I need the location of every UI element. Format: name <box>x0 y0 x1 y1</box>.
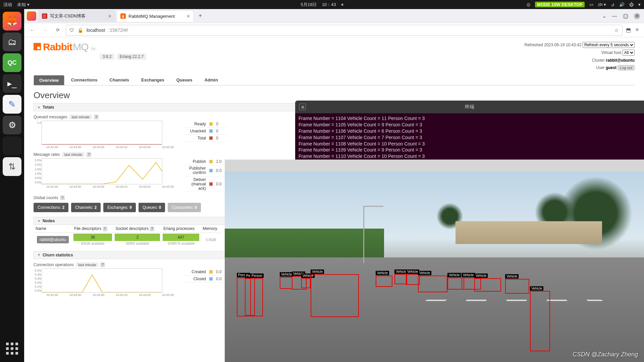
rabbitmq-logo: RabbitMQTM <box>34 41 95 53</box>
app-menu[interactable]: 未知 ▾ <box>17 2 30 8</box>
detection-bbox: Vehicle <box>376 276 392 287</box>
dock-firefox[interactable]: 🦊 <box>3 12 21 31</box>
tabs-dropdown-icon[interactable]: ⌄ <box>602 13 606 19</box>
nvidia-badge: MODE 10W DESKTOP <box>535 2 585 7</box>
table-row: rabbit@ubuntu 3865536 available 258893 a… <box>34 233 221 246</box>
detection-bbox: Vehicle <box>530 291 550 351</box>
detection-bbox: Vehicle <box>418 276 447 292</box>
legend-queued: Ready0 Unacked0 Total0 <box>184 121 227 142</box>
volume-icon[interactable]: 🔊 <box>619 2 625 7</box>
page-title: Overview <box>34 90 635 101</box>
vhost-select[interactable]: All <box>623 50 635 56</box>
dock-show-apps[interactable] <box>3 339 21 358</box>
menu-icon[interactable]: ≡ <box>636 27 639 33</box>
dock-terminal[interactable]: ▸_ <box>3 74 21 93</box>
url-path: :15672/#/ <box>108 27 128 33</box>
pocket-icon[interactable]: ⬒ <box>626 27 631 33</box>
chart-queued: 1.0 <box>42 121 162 145</box>
node-link[interactable]: rabbit@ubuntu <box>37 236 69 243</box>
close-window-button[interactable]: ✕ <box>634 13 640 19</box>
detection-bbox: Vehicle <box>280 277 292 289</box>
main-tabs: Overview Connections Channels Exchanges … <box>34 75 635 85</box>
activities-button[interactable]: 活动 <box>3 2 12 8</box>
browser-tab-csdn[interactable]: C 写文章-CSDN博客 ✕ <box>38 10 115 22</box>
back-button[interactable]: ← <box>28 25 37 35</box>
detection-label: Vehicle <box>447 273 461 277</box>
bookmark-icon[interactable]: ☆ <box>614 27 619 33</box>
help-icon[interactable]: ? <box>94 115 99 119</box>
dock-qtcreator[interactable]: QC <box>3 53 21 72</box>
video-titlebar[interactable] <box>225 160 644 172</box>
detection-video-window[interactable]: PersonPersonPersonVehicleVehicleVehicleV… <box>225 160 644 362</box>
detection-bbox: Vehicle <box>311 274 359 317</box>
watermark: CSDN @Zachary Zheng <box>573 351 638 358</box>
dock-files[interactable]: 🗂 <box>3 33 21 51</box>
help-icon[interactable]: ? <box>87 152 91 157</box>
count-connections[interactable]: Connections: 2 <box>34 203 68 212</box>
tab-exchanges[interactable]: Exchanges <box>136 75 170 85</box>
erlang-badge: Erlang 22.2.7 <box>117 54 146 60</box>
count-consumers[interactable]: Consumers: 0 <box>168 203 201 212</box>
dock-texteditor[interactable]: ✎ <box>3 95 21 114</box>
accessibility-icon[interactable]: ◎ <box>527 2 530 7</box>
count-channels[interactable]: Channels: 2 <box>71 203 101 212</box>
battery-icon[interactable]: ▭ <box>589 2 593 7</box>
browser-tab-rabbitmq[interactable]: ▮ RabbitMQ Management ✕ <box>117 10 194 22</box>
power-icon[interactable]: ⏻ <box>629 2 634 7</box>
dock-app[interactable] <box>3 136 21 155</box>
help-icon[interactable]: ? <box>150 227 154 231</box>
help-icon[interactable]: ? <box>103 227 107 231</box>
close-icon[interactable]: ✕ <box>108 14 112 19</box>
detection-label: Vehicle <box>280 272 293 277</box>
video-frame: PersonPersonPersonVehicleVehicleVehicleV… <box>225 172 644 362</box>
legend-rates: Publish2.0 Publisher confirm0.0 Deliver … <box>184 158 227 192</box>
sysmenu-chevron-icon[interactable]: ▾ <box>638 2 641 7</box>
terminal-titlebar[interactable]: ⊞ 终端 <box>295 101 644 113</box>
terminal-window[interactable]: ⊞ 终端 Frame Number = 1104 Vehicle Count =… <box>295 101 644 164</box>
tab-label: RabbitMQ Management <box>128 14 175 19</box>
dock-settings[interactable]: ⚙ <box>3 116 21 134</box>
detection-label: Vehicle <box>406 269 419 274</box>
tab-label: 写文章-CSDN博客 <box>50 13 86 19</box>
minimize-button[interactable]: — <box>612 13 617 19</box>
tab-admin[interactable]: Admin <box>199 75 223 85</box>
help-icon[interactable]: ? <box>100 262 105 267</box>
chart-churn: 0.5/s0.4/s0.3/s0.2/s0.1/s0.0/s <box>42 268 162 293</box>
new-tab-button[interactable]: + <box>195 11 205 21</box>
refresh-select[interactable]: Refresh every 5 seconds <box>583 42 635 48</box>
url-bar[interactable]: 🛡 🔒 localhost:15672/#/ ☆ <box>66 25 623 36</box>
wifi-icon[interactable]: ⊿ <box>611 2 614 7</box>
legend-churn: Created0.0 Closed0.0 <box>184 268 227 283</box>
close-icon[interactable]: ✕ <box>186 14 190 19</box>
count-exchanges[interactable]: Exchanges: 9 <box>103 203 136 212</box>
help-icon[interactable]: ? <box>60 195 65 200</box>
reload-button[interactable]: ⟳ <box>53 25 62 35</box>
maximize-button[interactable]: ▢ <box>623 13 629 19</box>
ime-indicator[interactable]: zh ▾ <box>598 2 606 7</box>
firefox-icon <box>27 11 36 21</box>
clock[interactable]: 5月19日 10：43 <box>301 2 343 8</box>
dock-usb[interactable]: ⇅ <box>3 157 21 176</box>
detection-label: Vehicle <box>474 274 488 278</box>
dock: 🦊 🗂 QC ▸_ ✎ ⚙ ⇅ <box>0 9 24 362</box>
nodes-table: Name File descriptors ? Socket descripto… <box>34 225 221 246</box>
favicon-csdn: C <box>42 13 47 19</box>
detection-bbox: Person <box>250 278 263 316</box>
count-queues[interactable]: Queues: 0 <box>139 203 165 212</box>
forward-button: → <box>40 25 50 35</box>
header-right: Refreshed 2023-05-19 10:43:42 Refresh ev… <box>525 41 635 72</box>
detection-label: Vehicle <box>311 269 324 274</box>
logout-button[interactable]: Log out <box>618 65 635 70</box>
tab-queues[interactable]: Queues <box>171 75 198 85</box>
url-host: localhost <box>87 27 105 33</box>
tab-channels[interactable]: Channels <box>104 75 135 85</box>
detection-label: Vehicle <box>376 271 389 275</box>
system-topbar: 活动 未知 ▾ 5月19日 10：43 ◎ MODE 10W DESKTOP ▭… <box>0 0 644 9</box>
shield-icon[interactable]: 🛡 <box>69 27 74 33</box>
tab-overview[interactable]: Overview <box>34 75 64 85</box>
lock-icon[interactable]: 🔒 <box>77 27 83 33</box>
tab-connections[interactable]: Connections <box>66 75 103 85</box>
tab-strip: C 写文章-CSDN博客 ✕ ▮ RabbitMQ Management ✕ +… <box>24 9 644 23</box>
detection-label: Vehicle <box>462 273 475 277</box>
new-tab-icon[interactable]: ⊞ <box>299 104 306 110</box>
